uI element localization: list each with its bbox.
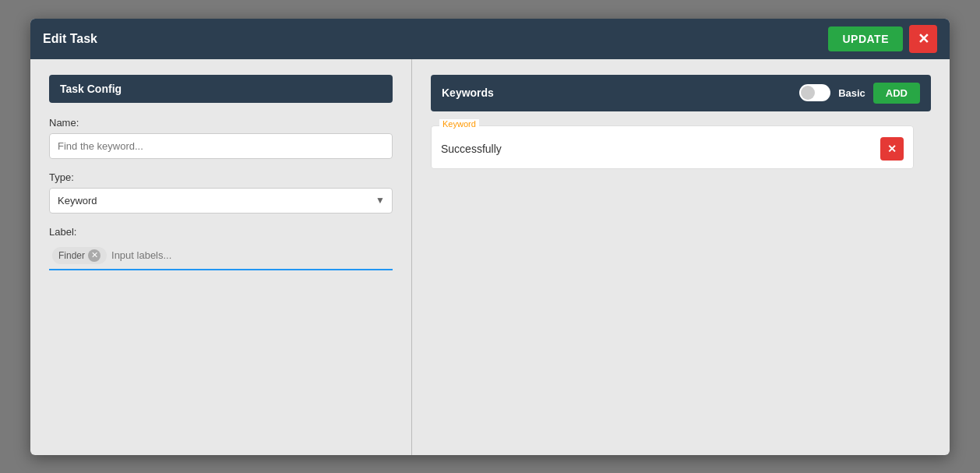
- task-config-panel: Task Config Name: Type: Keyword Regex Ex…: [30, 59, 412, 455]
- toggle-label: Basic: [838, 87, 865, 99]
- type-select-wrapper: Keyword Regex Exact ▼: [49, 188, 393, 214]
- keyword-value: Successfully: [441, 143, 874, 155]
- label-tag-remove-button[interactable]: ✕: [88, 249, 100, 262]
- type-select[interactable]: Keyword Regex Exact: [49, 188, 393, 214]
- modal-header: Edit Task UPDATE ✕: [30, 19, 950, 59]
- name-label: Name:: [49, 117, 393, 129]
- keywords-title: Keywords: [442, 86, 494, 99]
- delete-keyword-icon: ✕: [887, 143, 897, 155]
- label-tag-text: Finder: [58, 250, 85, 261]
- close-modal-button[interactable]: ✕: [909, 25, 937, 53]
- add-keyword-button[interactable]: ADD: [873, 83, 920, 104]
- modal-title: Edit Task: [43, 32, 97, 46]
- type-label: Type:: [49, 171, 393, 183]
- header-actions: UPDATE ✕: [828, 25, 937, 53]
- label-field-group: Label: Finder ✕: [49, 226, 393, 270]
- keywords-header-right: Basic ADD: [799, 83, 920, 104]
- label-input[interactable]: [111, 249, 390, 261]
- toggle-knob: [801, 86, 815, 100]
- name-field-group: Name:: [49, 117, 393, 159]
- keywords-panel: Keywords Basic ADD Keyword Successfully …: [412, 59, 950, 455]
- label-label: Label:: [49, 226, 393, 238]
- delete-keyword-button[interactable]: ✕: [880, 137, 904, 161]
- label-field-wrapper[interactable]: Finder ✕: [49, 242, 393, 270]
- label-tag-finder: Finder ✕: [52, 247, 107, 264]
- update-button[interactable]: UPDATE: [828, 26, 903, 51]
- name-input[interactable]: [49, 133, 393, 159]
- edit-task-modal: Edit Task UPDATE ✕ Task Config Name: Typ…: [30, 19, 950, 455]
- basic-toggle[interactable]: [799, 84, 830, 101]
- keyword-card-label: Keyword: [439, 119, 479, 129]
- modal-body: Task Config Name: Type: Keyword Regex Ex…: [30, 59, 950, 455]
- close-icon: ✕: [918, 30, 929, 48]
- keywords-header: Keywords Basic ADD: [431, 75, 931, 111]
- keyword-card: Keyword Successfully ✕: [431, 125, 914, 169]
- keyword-card-content: Successfully ✕: [441, 137, 904, 161]
- type-field-group: Type: Keyword Regex Exact ▼: [49, 171, 393, 214]
- task-config-header: Task Config: [49, 75, 393, 103]
